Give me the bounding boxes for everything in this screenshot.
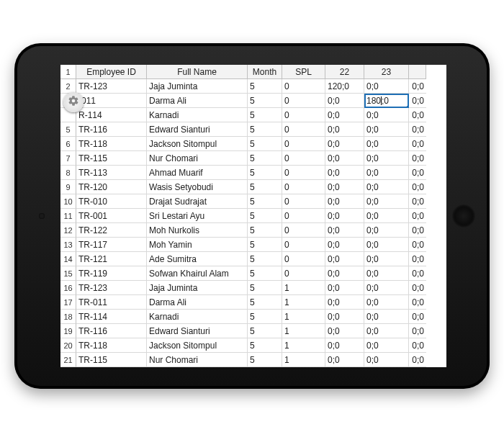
cell-22[interactable]: 120;0	[325, 79, 364, 94]
home-button[interactable]	[452, 204, 475, 228]
cell-full-name[interactable]: Edward Sianturi	[147, 122, 248, 137]
cell-spl[interactable]: 0	[282, 209, 325, 223]
table-row[interactable]: R-114Karnadi500;00;00;0	[60, 108, 446, 122]
row-number[interactable]: 2	[60, 79, 76, 94]
row-number[interactable]: 16	[60, 281, 76, 295]
cell-23[interactable]: 0;0	[364, 310, 409, 324]
cell-employee-id[interactable]: TR-114	[76, 310, 147, 324]
cell-full-name[interactable]: Moh Yamin	[147, 238, 248, 252]
cell-last[interactable]: 0;0	[409, 137, 426, 151]
cell-employee-id[interactable]: TR-116	[76, 324, 147, 338]
cell-full-name[interactable]: Ahmad Muarif	[147, 166, 248, 180]
cell-22[interactable]: 0;0	[325, 324, 364, 338]
cell-employee-id[interactable]: R-114	[76, 108, 147, 122]
cell-spl[interactable]: 1	[282, 324, 325, 338]
cell-employee-id[interactable]: TR-119	[76, 266, 147, 281]
col-header-22[interactable]: 22	[325, 65, 364, 79]
cell-23[interactable]: 0;0	[364, 180, 409, 194]
cell-full-name[interactable]: Jackson Sitompul	[147, 137, 248, 151]
cell-spl[interactable]: 0	[282, 151, 325, 166]
cell-spl[interactable]: 1	[282, 353, 325, 367]
cell-employee-id[interactable]: TR-116	[76, 122, 147, 137]
cell-month[interactable]: 5	[248, 324, 282, 338]
cell-last[interactable]: 0;0	[409, 166, 426, 180]
cell-23[interactable]: 0;0	[364, 238, 409, 252]
col-header-full-name[interactable]: Full Name	[147, 65, 248, 79]
cell-22[interactable]: 0;0	[325, 223, 364, 238]
cell-spl[interactable]: 0	[282, 79, 325, 94]
table-row[interactable]: 20TR-118Jackson Sitompul510;00;00;0	[60, 338, 446, 353]
cell-22[interactable]: 0;0	[325, 209, 364, 223]
table-row[interactable]: 9TR-120Wasis Setyobudi500;00;00;0	[60, 180, 446, 194]
table-row[interactable]: 5TR-116Edward Sianturi500;00;00;0	[60, 122, 446, 137]
cell-month[interactable]: 5	[248, 180, 282, 194]
cell-last[interactable]: 0;0	[409, 79, 426, 94]
row-number[interactable]: 21	[60, 353, 76, 367]
cell-22[interactable]: 0;0	[325, 281, 364, 295]
cell-last[interactable]: 0;0	[409, 353, 426, 367]
col-header-month[interactable]: Month	[248, 65, 282, 79]
cell-last[interactable]: 0;0	[409, 94, 426, 108]
header-corner[interactable]: 1	[60, 65, 76, 79]
cell-month[interactable]: 5	[248, 194, 282, 209]
cell-full-name[interactable]: Nur Chomari	[147, 151, 248, 166]
cell-spl[interactable]: 0	[282, 166, 325, 180]
row-number[interactable]: 20	[60, 338, 76, 353]
cell-last[interactable]: 0;0	[409, 295, 426, 310]
cell-22[interactable]: 0;0	[325, 353, 364, 367]
cell-23[interactable]: 0;0	[364, 353, 409, 367]
cell-spl[interactable]: 1	[282, 310, 325, 324]
table-row[interactable]: 13TR-117Moh Yamin500;00;00;0	[60, 238, 446, 252]
cell-22[interactable]: 0;0	[325, 108, 364, 122]
table-row[interactable]: 21TR-115Nur Chomari510;00;00;0	[60, 353, 446, 367]
row-number[interactable]: 18	[60, 310, 76, 324]
table-row[interactable]: -011Darma Ali500;0180;00;0	[60, 94, 446, 108]
cell-22[interactable]: 0;0	[325, 238, 364, 252]
cell-full-name[interactable]: Sri Lestari Ayu	[147, 209, 248, 223]
cell-spl[interactable]: 1	[282, 281, 325, 295]
table-row[interactable]: 19TR-116Edward Sianturi510;00;00;0	[60, 324, 446, 338]
cell-23[interactable]: 0;0	[364, 122, 409, 137]
cell-last[interactable]: 0;0	[409, 223, 426, 238]
cell-22[interactable]: 0;0	[325, 295, 364, 310]
cell-employee-id[interactable]: TR-121	[76, 252, 147, 266]
cell-month[interactable]: 5	[248, 108, 282, 122]
cell-month[interactable]: 5	[248, 122, 282, 137]
cell-full-name[interactable]: Jaja Juminta	[147, 79, 248, 94]
table-row[interactable]: 16TR-123Jaja Juminta510;00;00;0	[60, 281, 446, 295]
cell-last[interactable]: 0;0	[409, 108, 426, 122]
cell-month[interactable]: 5	[248, 310, 282, 324]
cell-month[interactable]: 5	[248, 353, 282, 367]
cell-22[interactable]: 0;0	[325, 180, 364, 194]
cell-full-name[interactable]: Jaja Juminta	[147, 281, 248, 295]
cell-last[interactable]: 0;0	[409, 194, 426, 209]
col-header-spl[interactable]: SPL	[282, 65, 325, 79]
cell-last[interactable]: 0;0	[409, 122, 426, 137]
table-row[interactable]: 11TR-001Sri Lestari Ayu500;00;00;0	[60, 209, 446, 223]
cell-full-name[interactable]: Darma Ali	[147, 295, 248, 310]
settings-button[interactable]	[63, 92, 84, 112]
cell-last[interactable]: 0;0	[409, 151, 426, 166]
cell-23[interactable]: 0;0	[364, 223, 409, 238]
cell-23[interactable]: 0;0	[364, 166, 409, 180]
row-number[interactable]: 14	[60, 252, 76, 266]
cell-month[interactable]: 5	[248, 338, 282, 353]
cell-spl[interactable]: 0	[282, 137, 325, 151]
col-header-employee-id[interactable]: Employee ID	[76, 65, 147, 79]
cell-employee-id[interactable]: TR-117	[76, 238, 147, 252]
cell-last[interactable]: 0;0	[409, 281, 426, 295]
cell-full-name[interactable]: Drajat Sudrajat	[147, 194, 248, 209]
cell-employee-id[interactable]: TR-120	[76, 180, 147, 194]
cell-22[interactable]: 0;0	[325, 166, 364, 180]
cell-month[interactable]: 5	[248, 223, 282, 238]
cell-full-name[interactable]: Darma Ali	[147, 94, 248, 108]
cell-month[interactable]: 5	[248, 209, 282, 223]
cell-last[interactable]: 0;0	[409, 209, 426, 223]
row-number[interactable]: 6	[60, 137, 76, 151]
cell-23[interactable]: 0;0	[364, 79, 409, 94]
row-number[interactable]: 15	[60, 266, 76, 281]
table-row[interactable]: 14TR-121Ade Sumitra500;00;00;0	[60, 252, 446, 266]
cell-employee-id[interactable]: TR-118	[76, 137, 147, 151]
table-row[interactable]: 17TR-011Darma Ali510;00;00;0	[60, 295, 446, 310]
cell-last[interactable]: 0;0	[409, 338, 426, 353]
